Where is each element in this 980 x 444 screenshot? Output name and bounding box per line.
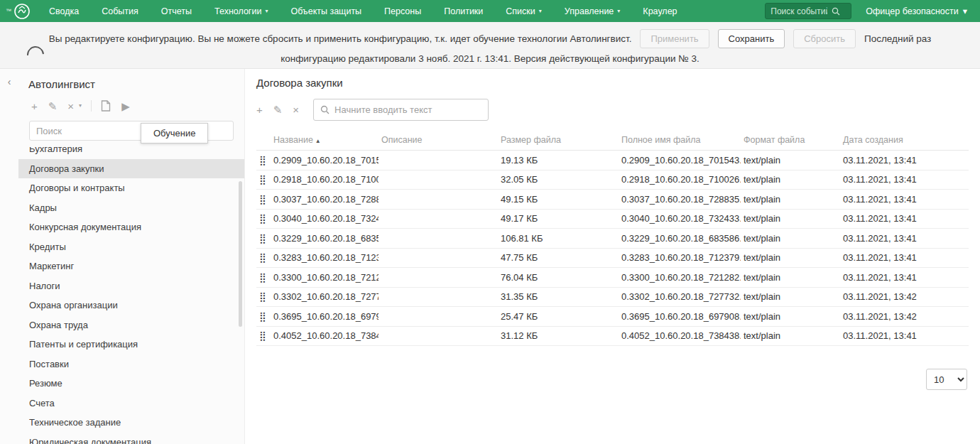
nav-item[interactable]: Персоны [373, 0, 432, 22]
cell-created: 03.11.2021, 13:41 [840, 151, 969, 170]
config-banner: Вы редактируете конфигурацию. Вы не може… [0, 22, 980, 69]
add-icon[interactable]: + [31, 101, 38, 112]
cell-name: 0.3302_10.60.20.18_7277 [271, 287, 379, 307]
cell-format: text/plain [741, 151, 840, 170]
drag-handle-icon[interactable]: ⣿ [256, 307, 271, 327]
sidebar-category-item[interactable]: Маркетинг [18, 256, 244, 276]
column-header-size[interactable]: Размер файла [498, 130, 619, 151]
cell-size: 31.12 КБ [498, 326, 619, 346]
table-row[interactable]: ⣿ 0.3302_10.60.20.18_7277 31.35 КБ 0.330… [256, 287, 969, 307]
edit-icon[interactable]: ✎ [48, 101, 58, 112]
table-search-input[interactable] [334, 104, 481, 115]
delete-icon[interactable]: × [293, 104, 299, 115]
cell-description [379, 248, 498, 268]
toolbar-divider [91, 100, 92, 112]
table-row[interactable]: ⣿ 0.4052_10.60.20.18_7384 31.12 КБ 0.405… [256, 326, 969, 346]
cell-format: text/plain [741, 287, 840, 307]
chevron-left-icon: ‹ [8, 76, 11, 87]
table-row[interactable]: ⣿ 0.2909_10.60.20.18_7015 19.13 КБ 0.290… [256, 151, 969, 170]
table-row[interactable]: ⣿ 0.3300_10.60.20.18_7212 76.04 КБ 0.330… [256, 268, 969, 288]
sidebar-category-item[interactable]: Патенты и сертификация [18, 335, 244, 354]
column-header-full-name[interactable]: Полное имя файла [619, 130, 741, 151]
user-menu[interactable]: Офицер безопасности ▾ [851, 0, 980, 22]
more-actions-icon[interactable]: ▾ [79, 103, 82, 109]
sidebar-toolbar: + ✎ × ▾ ▶ [31, 100, 244, 112]
cell-size: 19.13 КБ [498, 151, 619, 170]
drag-handle-icon[interactable]: ⣿ [256, 326, 271, 346]
cell-name: 0.3229_10.60.20.18_6835 [271, 229, 379, 249]
cell-format: text/plain [741, 268, 840, 288]
cell-format: text/plain [741, 248, 840, 268]
column-header-created[interactable]: Дата создания [840, 130, 969, 151]
nav-item[interactable]: Политики [432, 0, 494, 22]
train-run-icon[interactable]: ▶ [121, 101, 130, 112]
sidebar-category-item[interactable]: Конкурсная документация [18, 217, 244, 237]
chevron-down-icon: ▾ [617, 8, 620, 14]
column-header-format[interactable]: Формат файла [741, 130, 840, 151]
sidebar-category-item[interactable]: Договоры и контракты [18, 178, 244, 198]
table-search[interactable] [313, 99, 489, 121]
sidebar-category-item[interactable]: Бухгалтерия [18, 147, 244, 159]
add-icon[interactable]: + [256, 104, 263, 115]
sidebar-scrollbar[interactable] [239, 181, 242, 327]
collapse-sidebar-button[interactable]: ‹ [0, 69, 18, 444]
column-header-name[interactable]: Название▲ [271, 130, 379, 151]
cell-size: 76.04 КБ [498, 268, 619, 288]
table-row[interactable]: ⣿ 0.3229_10.60.20.18_6835 106.81 КБ 0.32… [256, 229, 969, 249]
apply-button: Применить [640, 29, 709, 48]
sidebar-category-item[interactable]: Охрана труда [18, 315, 244, 335]
sidebar-category-item[interactable]: Договора закупки [18, 159, 244, 179]
drag-handle-icon[interactable]: ⣿ [256, 209, 271, 229]
sidebar-category-item[interactable]: Техническое задание [18, 413, 244, 433]
table-row[interactable]: ⣿ 0.3695_10.60.20.18_6979 25.47 КБ 0.369… [256, 307, 969, 327]
sidebar-category-item[interactable]: Поставки [18, 354, 244, 374]
nav-item[interactable]: Отчеты [150, 0, 203, 22]
banner-text-line2: конфигурацию редактировали 3 нояб. 2021 … [0, 53, 980, 64]
drag-handle-icon[interactable]: ⣿ [256, 170, 271, 190]
drag-handle-icon[interactable]: ⣿ [256, 248, 271, 268]
nav-item[interactable]: Управление ▾ [553, 0, 632, 22]
cell-description [379, 190, 498, 210]
nav-item[interactable]: Объекты защиты [279, 0, 373, 22]
sidebar-category-item[interactable]: Кредиты [18, 237, 244, 257]
drag-handle-icon[interactable]: ⣿ [256, 190, 271, 210]
events-search-input[interactable] [771, 6, 827, 16]
cell-name: 0.3040_10.60.20.18_7324 [271, 209, 379, 229]
nav-item[interactable]: Технологии ▾ [203, 0, 279, 22]
top-nav: ™ Сводка События Отчеты Технологии ▾ Объ… [0, 0, 980, 22]
cell-format: text/plain [741, 190, 840, 210]
edit-icon[interactable]: ✎ [273, 104, 283, 115]
cell-size: 49.17 КБ [498, 209, 619, 229]
drag-handle-icon[interactable]: ⣿ [256, 287, 271, 307]
delete-icon[interactable]: × [67, 101, 74, 112]
sidebar-category-item[interactable]: Счета [18, 394, 244, 413]
chevron-down-icon: ▾ [963, 6, 967, 16]
app-logo[interactable]: ™ [0, 0, 38, 22]
page-size-select[interactable]: 10 [926, 369, 967, 390]
events-search[interactable] [765, 3, 851, 19]
table-row[interactable]: ⣿ 0.3040_10.60.20.18_7324 49.17 КБ 0.304… [256, 209, 969, 229]
nav-item[interactable]: Краулер [631, 0, 688, 22]
sidebar-category-item[interactable]: Кадры [18, 198, 244, 218]
nav-item[interactable]: Списки ▾ [494, 0, 553, 22]
drag-handle-icon[interactable]: ⣿ [256, 268, 271, 288]
main-menu: Сводка События Отчеты Технологии ▾ Объек… [38, 0, 689, 22]
sidebar-category-item[interactable]: Резюме [18, 374, 244, 394]
cell-size: 49.15 КБ [498, 190, 619, 210]
cell-full-name: 0.3229_10.60.20.18_683586. [619, 229, 741, 249]
sidebar-category-item[interactable]: Налоги [18, 276, 244, 296]
table-row[interactable]: ⣿ 0.2918_10.60.20.18_7100 32.05 КБ 0.291… [256, 170, 969, 190]
drag-handle-icon[interactable]: ⣿ [256, 229, 271, 249]
save-button[interactable]: Сохранить [718, 29, 785, 48]
sidebar-category-item[interactable]: Юридическая документация [18, 433, 244, 444]
document-icon[interactable] [101, 100, 111, 112]
sidebar: Автолингвист + ✎ × ▾ ▶ Обучение Бухгалте… [18, 69, 244, 444]
table-row[interactable]: ⣿ 0.3283_10.60.20.18_7123 47.75 КБ 0.328… [256, 248, 969, 268]
sidebar-category-item[interactable]: Охрана организации [18, 296, 244, 315]
cell-full-name: 0.4052_10.60.20.18_738438. [619, 326, 741, 346]
nav-item[interactable]: Сводка [38, 0, 90, 22]
column-header-description[interactable]: Описание [379, 130, 498, 151]
drag-handle-icon[interactable]: ⣿ [256, 151, 271, 170]
table-row[interactable]: ⣿ 0.3037_10.60.20.18_7288 49.15 КБ 0.303… [256, 190, 969, 210]
nav-item[interactable]: События [90, 0, 150, 22]
